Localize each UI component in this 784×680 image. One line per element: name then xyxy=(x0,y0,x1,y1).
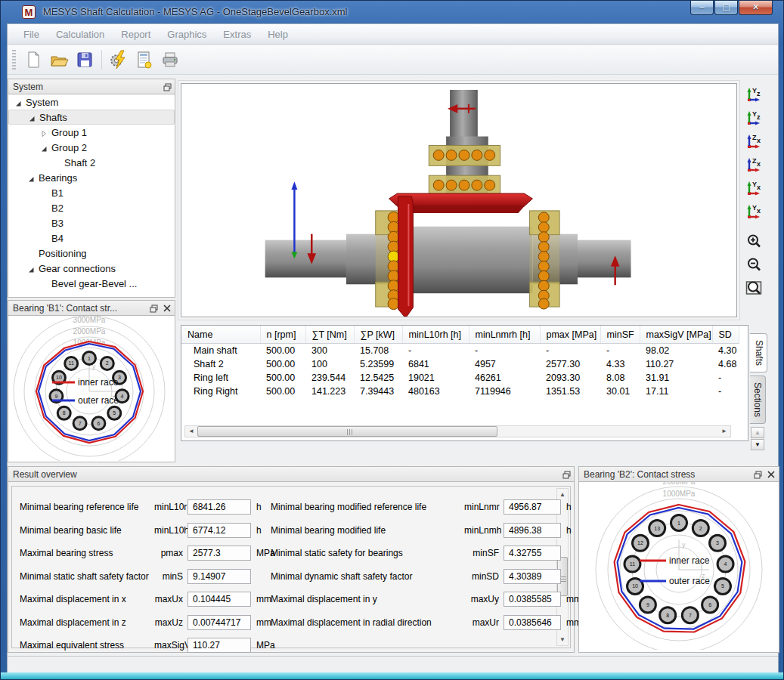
result-field-pmax: Maximal bearing stresspmax2577.3MPa xyxy=(20,542,275,564)
float-panel-icon[interactable] xyxy=(561,469,572,480)
column-header-name[interactable]: Name xyxy=(181,326,260,344)
field-value-box[interactable]: 4.32755 xyxy=(504,546,561,561)
tab-scroll-down-icon[interactable]: ▼ xyxy=(751,439,764,450)
close-panel-icon[interactable] xyxy=(162,303,172,314)
table-row-ring-left[interactable]: Ring left500.00239.54412.542519021462612… xyxy=(181,371,739,385)
tree-expanded-icon[interactable] xyxy=(27,174,35,181)
tree-item-group-1[interactable]: Group 1 xyxy=(8,125,175,140)
scroll-down-icon[interactable]: ▼ xyxy=(557,634,568,645)
float-panel-icon[interactable] xyxy=(162,82,172,92)
column-header-sd[interactable]: SD xyxy=(712,326,739,344)
open-file-button[interactable] xyxy=(47,48,71,71)
tree-expanded-icon[interactable] xyxy=(27,264,35,272)
tree-item-b3[interactable]: B3 xyxy=(8,215,175,230)
result-overview-header[interactable]: Result overview xyxy=(8,466,575,482)
tree-item-shafts[interactable]: Shafts xyxy=(8,110,175,125)
table-row-shaft-2[interactable]: Shaft 2500.001005.23599684149572577.304.… xyxy=(181,357,739,371)
tree-item-shaft-2[interactable]: Shaft 2 xyxy=(8,155,175,170)
tree-item-system[interactable]: System xyxy=(8,94,175,110)
view-zx-button[interactable]: Zx xyxy=(744,131,764,151)
toolbar-drag-handle[interactable] xyxy=(12,50,16,70)
scroll-left-icon[interactable]: ◄ xyxy=(185,426,197,437)
scroll-right-icon[interactable]: ► xyxy=(718,426,730,437)
minimize-button[interactable]: – xyxy=(690,1,714,15)
tree-item-b2[interactable]: B2 xyxy=(8,200,175,215)
zoom-out-button[interactable] xyxy=(744,255,764,274)
field-value-box[interactable]: 4956.87 xyxy=(504,499,561,515)
view-xz-button[interactable]: Zx xyxy=(744,155,764,175)
field-value-box[interactable]: 6841.26 xyxy=(187,499,251,515)
tree-item-label: Group 2 xyxy=(51,142,87,153)
shaft-3d-viewport[interactable] xyxy=(181,83,737,317)
field-value-box[interactable]: 6774.12 xyxy=(187,523,251,538)
view-yx-icon: Yx xyxy=(745,180,762,196)
save-file-button[interactable] xyxy=(73,48,97,71)
tree-item-bearings[interactable]: Bearings xyxy=(8,170,175,185)
svg-text:10: 10 xyxy=(632,583,638,589)
tree-item-b4[interactable]: B4 xyxy=(8,230,175,246)
tree-item-positioning[interactable]: Positioning xyxy=(8,246,175,261)
new-file-button[interactable] xyxy=(21,48,45,71)
column-header-t-nm[interactable]: ∑T [Nm] xyxy=(305,326,354,344)
tree-item-group-2[interactable]: Group 2 xyxy=(8,140,175,155)
view-yx-button[interactable]: Yx xyxy=(744,178,764,198)
view-xy-button[interactable]: Yx xyxy=(744,202,764,221)
field-value-box[interactable]: 2577.3 xyxy=(187,546,251,561)
table-horizontal-scrollbar[interactable]: ◄ ► xyxy=(184,425,731,437)
field-value-box[interactable]: 0.104445 xyxy=(187,592,251,607)
column-header-maxsigv-mpa[interactable]: maxSigV [MPa] xyxy=(640,326,712,344)
print-button[interactable] xyxy=(158,48,182,71)
system-panel-header[interactable]: System xyxy=(8,79,175,94)
column-header-pmax-mpa[interactable]: pmax [MPa] xyxy=(540,326,600,344)
column-header-p-kw[interactable]: ∑P [kW] xyxy=(354,326,402,344)
bearing-b1-header[interactable]: Bearing 'B1': Contact str... xyxy=(8,300,175,316)
view-yz-button[interactable]: Yz xyxy=(744,85,764,104)
report-button[interactable] xyxy=(132,48,156,71)
tree-item-b1[interactable]: B1 xyxy=(8,185,175,200)
field-value-box[interactable]: 9.14907 xyxy=(187,569,251,584)
float-panel-icon[interactable] xyxy=(752,469,763,480)
field-symbol: maxUz xyxy=(154,617,187,628)
tree-item-gear-connections[interactable]: Gear connections xyxy=(8,261,175,276)
close-panel-icon[interactable] xyxy=(766,469,776,480)
zoom-fit-button[interactable] xyxy=(744,278,764,298)
bearing-b2-header[interactable]: Bearing 'B2': Contact stress xyxy=(578,466,779,482)
field-value-box[interactable]: 0.00744717 xyxy=(187,615,251,630)
column-header-n-rpm[interactable]: n [rpm] xyxy=(260,326,305,344)
tab-scroll-up-icon[interactable]: ▲ xyxy=(751,427,764,438)
table-row-main-shaft[interactable]: Main shaft500.0030015.708----98.024.30 xyxy=(181,344,739,358)
close-button[interactable]: ✕ xyxy=(739,1,773,15)
field-value-box[interactable]: 110.27 xyxy=(187,638,251,653)
field-value-box[interactable]: 0.0385646 xyxy=(504,615,561,630)
tree-item-bevel-gear-bevel[interactable]: Bevel gear-Bevel ... xyxy=(8,276,175,291)
tree-expanded-icon[interactable] xyxy=(14,98,22,106)
column-header-minsf[interactable]: minSF xyxy=(600,326,640,344)
maximize-button[interactable]: ▢ xyxy=(714,1,738,15)
tab-shafts[interactable]: Shafts xyxy=(750,333,767,372)
field-value-box[interactable]: 0.0385585 xyxy=(504,592,561,607)
tree-expanded-icon[interactable] xyxy=(40,144,48,151)
field-value-box[interactable]: 4896.38 xyxy=(504,523,561,538)
field-unit: mm xyxy=(251,594,271,604)
menu-extras[interactable]: Extras xyxy=(215,26,259,43)
menu-report[interactable]: Report xyxy=(113,26,159,43)
column-header-minl10rh-h[interactable]: minL10rh [h] xyxy=(402,326,469,344)
scrollbar-thumb[interactable] xyxy=(197,426,497,437)
tab-sections[interactable]: Sections xyxy=(750,376,766,424)
field-value-box[interactable]: 4.30389 xyxy=(504,569,561,584)
tree-expanded-icon[interactable] xyxy=(28,113,36,121)
menu-help[interactable]: Help xyxy=(259,26,296,43)
table-cell: Shaft 2 xyxy=(181,357,260,371)
float-panel-icon[interactable] xyxy=(148,303,159,314)
zoom-in-button[interactable] xyxy=(744,231,764,251)
column-header-minlnmrh-h[interactable]: minLnmrh [h] xyxy=(469,326,540,344)
calculate-button[interactable] xyxy=(107,48,131,71)
menu-file[interactable]: File xyxy=(15,26,48,43)
menu-graphics[interactable]: Graphics xyxy=(159,26,215,43)
menu-calculation[interactable]: Calculation xyxy=(48,26,113,43)
tree-collapsed-icon[interactable] xyxy=(40,128,48,136)
view-zy-button[interactable]: Yz xyxy=(744,108,764,128)
table-row-ring-right[interactable]: Ring Right500.00141.2237.394434801637119… xyxy=(181,385,739,398)
field-label: Minimal bearing modified life xyxy=(271,525,464,536)
titlebar[interactable]: M MESYS Shaft Calculation - MESYS AG - O… xyxy=(1,1,783,23)
